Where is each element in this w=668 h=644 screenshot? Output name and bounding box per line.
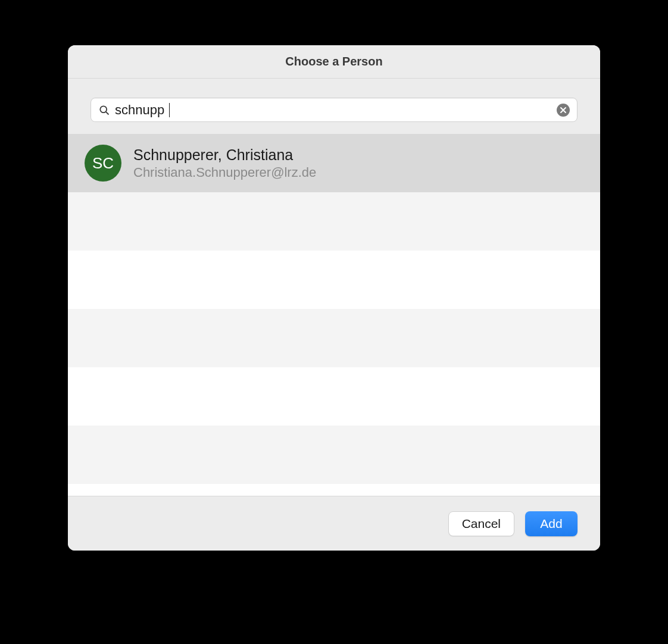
empty-row (68, 251, 600, 309)
empty-row (68, 367, 600, 426)
title-bar: Choose a Person (68, 45, 600, 79)
add-button[interactable]: Add (525, 511, 578, 536)
cancel-button[interactable]: Cancel (448, 511, 514, 536)
search-input[interactable] (115, 98, 279, 121)
search-area (68, 79, 600, 134)
person-name: Schnupperer, Christiana (133, 146, 316, 164)
avatar: SC (85, 145, 121, 182)
results-list: SC Schnupperer, Christiana Christiana.Sc… (68, 134, 600, 496)
svg-point-0 (100, 106, 107, 112)
dialog-title: Choose a Person (285, 55, 382, 68)
clear-search-button[interactable] (557, 104, 570, 117)
result-row[interactable]: SC Schnupperer, Christiana Christiana.Sc… (68, 134, 600, 192)
empty-row (68, 309, 600, 367)
empty-row (68, 426, 600, 484)
empty-row (68, 484, 600, 496)
person-info: Schnupperer, Christiana Christiana.Schnu… (133, 146, 316, 180)
empty-row (68, 192, 600, 251)
search-field[interactable] (90, 98, 578, 122)
person-email: Christiana.Schnupperer@lrz.de (133, 165, 316, 180)
dialog-footer: Cancel Add (68, 496, 600, 551)
svg-line-1 (106, 111, 109, 114)
search-icon (98, 104, 110, 116)
search-input-wrap (115, 98, 557, 121)
choose-person-dialog: Choose a Person SC (68, 45, 600, 551)
text-caret (169, 103, 170, 117)
